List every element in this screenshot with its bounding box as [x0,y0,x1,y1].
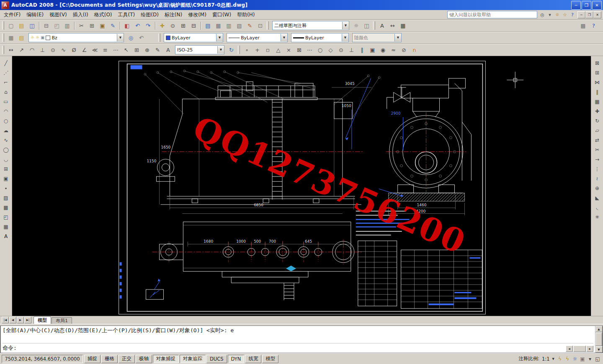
tab-model[interactable]: 模型 [34,316,51,324]
polyline-tool[interactable]: ⌐ [1,78,11,87]
layer-thaw-icon[interactable]: ☼ [36,36,39,40]
restore-button[interactable]: ❐ [582,1,591,10]
baseline-dimension-button[interactable]: ≡ [100,45,111,55]
snap-toggle[interactable]: 捕捉 [84,355,100,363]
scroll-down-icon[interactable]: ▼ [595,346,603,353]
redo-button[interactable]: ↷ [143,21,153,31]
ordinate-dimension-button[interactable]: ⊥ [37,45,48,55]
dimension-text-edit-button[interactable]: A [163,45,173,55]
extend-tool[interactable]: → [592,155,602,164]
combo-arrow-icon[interactable]: ▼ [216,34,223,41]
color-combo[interactable]: ByLayer ▼ [164,33,223,42]
toolbar-grip[interactable] [2,46,4,54]
layer-states-button[interactable]: ▤ [16,33,27,43]
linetype-combo[interactable]: ByLayer ▼ [227,33,288,42]
array-tool[interactable]: ▦ [592,97,602,106]
menu-file[interactable]: 文件(F) [1,10,23,19]
help-search-input[interactable] [447,11,537,18]
spline-tool[interactable]: ∿ [1,136,11,145]
separator[interactable] [37,21,41,31]
linear-dimension-button[interactable]: ↔ [6,45,16,55]
tab-last-button[interactable]: ▶| [24,317,31,323]
command-vscrollbar[interactable]: ▲ ▼ [595,326,602,353]
insert-block-tool[interactable]: ⊞ [1,164,11,174]
lineweight-combo[interactable]: ByLayer ▼ [291,33,349,42]
annotation-autoscale-icon[interactable]: ϟ [564,355,571,363]
toolbar-grip[interactable] [267,21,269,30]
separator[interactable] [118,21,122,31]
ellipse-tool[interactable]: ◯ [1,145,11,154]
plot-button[interactable]: ⊟ [41,21,52,31]
tolerance-button[interactable]: ⊞ [131,45,142,55]
fillet-tool[interactable]: ◟ [592,203,602,212]
toolbar-grip[interactable] [158,33,160,42]
command-text-area[interactable]: [全部(A)/中心(C)/动态(D)/范围(E)/上一个(P)/比例(S)/窗口… [1,326,595,353]
scroll-right-icon[interactable]: ▶ [586,346,593,352]
temporary-track-point-button[interactable]: ∘ [242,45,252,55]
search-dropdown-icon[interactable]: ▾ [546,11,554,18]
snap-center-button[interactable]: ○ [315,45,325,55]
scroll-left-icon[interactable]: ◀ [566,346,573,352]
continue-dimension-button[interactable]: ⋯ [111,45,121,55]
snap-tangent-button[interactable]: ⊙ [336,45,346,55]
undo-button[interactable]: ↶ [132,21,143,31]
snap-extension-button[interactable]: ⋯ [304,45,315,55]
menu-view[interactable]: 视图(V) [46,10,70,19]
save-button[interactable]: ◫ [27,21,37,31]
search-icon[interactable]: ◎ [539,11,546,18]
ellipse-arc-tool[interactable]: ◡ [1,155,11,164]
arc-length-dimension-button[interactable]: ◠ [27,45,37,55]
snap-quadrant-button[interactable]: ◇ [325,45,336,55]
zoom-window-button[interactable]: ⊞ [178,21,188,31]
snap-parallel-button[interactable]: ∥ [357,45,367,55]
new-button[interactable]: ▢ [6,21,16,31]
table-style-button[interactable]: ▦ [398,21,408,31]
tab-layout1[interactable]: 布局1 [52,317,72,324]
block-editor-button[interactable]: ◧ [122,21,132,31]
quick-leader-button[interactable]: ↖ [121,45,131,55]
workspace-combo[interactable]: 二维草图与注释 ▼ [272,21,349,30]
mdi-restore-button[interactable]: ❐ [585,11,593,18]
combo-arrow-icon[interactable]: ▼ [117,34,124,41]
render-button[interactable]: ▩ [578,21,588,31]
close-button[interactable]: ✕ [592,1,602,10]
explode-tool[interactable]: ✳ [592,213,602,222]
menu-help[interactable]: 帮助(H) [234,10,258,19]
designcenter-button[interactable]: ▦ [213,21,224,31]
hatch-tool[interactable]: ▨ [1,193,11,203]
polar-toggle[interactable]: 极轴 [136,355,152,363]
snap-none-button[interactable]: ⊘ [399,45,409,55]
snap-nearest-button[interactable]: ≈ [388,45,399,55]
match-properties-button[interactable]: ✎ [108,21,118,31]
offset-tool[interactable]: ∥ [592,87,602,97]
break-tool[interactable]: ≀ [592,174,602,183]
paste-button[interactable]: ▣ [97,21,108,31]
text-style-button[interactable]: A [377,21,387,31]
favorites-icon[interactable]: ☆ [561,11,569,18]
rotate-tool[interactable]: ↻ [592,116,602,126]
scale-tool[interactable]: ▱ [592,126,602,135]
plotstyle-combo[interactable]: 随颜色 ▼ [352,33,402,42]
cut-button[interactable]: ✂ [76,21,87,31]
toolbar-lock-icon[interactable]: ▣ [579,355,586,363]
menu-dimension[interactable]: 标注(N) [162,10,185,19]
grid-toggle[interactable]: 栅格 [101,355,118,363]
separator[interactable] [199,21,203,31]
help-button[interactable]: ? [588,21,599,31]
layer-on-icon[interactable]: ☼ [31,36,34,40]
open-button[interactable]: ▤ [16,21,27,31]
plot-preview-button[interactable]: ◰ [52,21,62,31]
join-tool[interactable]: ⊕ [592,184,602,193]
combo-arrow-icon[interactable]: ▼ [281,34,287,41]
copy-button[interactable]: ⊞ [87,21,97,31]
snap-perpendicular-button[interactable]: ⊥ [346,45,357,55]
markup-set-manager-button[interactable]: ✎ [245,21,255,31]
snap-insert-button[interactable]: ▣ [367,45,378,55]
scroll-up-icon[interactable]: ▲ [595,326,603,332]
menu-insert[interactable]: 插入(I) [70,10,91,19]
stretch-tool[interactable]: ⇄ [592,136,602,145]
revision-cloud-tool[interactable]: ☁ [1,126,11,135]
snap-apparent-intersection-button[interactable]: ⊠ [294,45,304,55]
aligned-dimension-button[interactable]: ↗ [16,45,27,55]
clean-screen-icon[interactable]: ◱ [594,355,601,363]
